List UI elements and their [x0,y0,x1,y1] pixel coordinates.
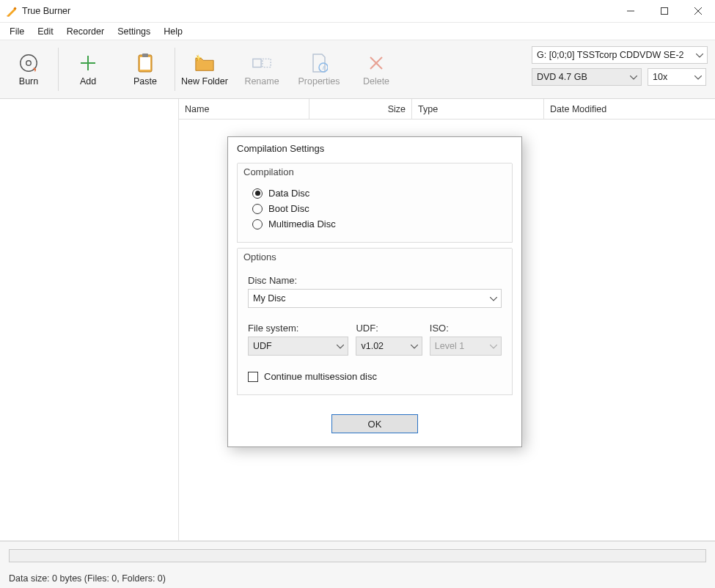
paste-label: Paste [133,76,157,87]
chevron-down-icon [411,341,418,351]
svg-text:i: i [323,65,324,71]
disc-name-field[interactable]: My Disc [248,289,502,308]
chevron-down-icon [630,72,637,82]
col-date-modified[interactable]: Date Modified [544,99,715,119]
size-progress [9,549,706,562]
menu-bar: File Edit Recorder Settings Help [0,23,715,40]
toolbar-separator [175,48,175,91]
radio-multimedia-disc[interactable]: Multimedia Disc [248,216,502,232]
radio-multimedia-disc-label: Multimedia Disc [268,218,336,229]
chevron-down-icon [490,293,497,304]
svg-rect-11 [142,54,148,57]
drive-select-value: G: [0;0;0] TSSTcorp CDDVDW SE-2 [537,50,684,60]
rename-label: Rename [244,76,279,87]
minimize-button[interactable] [614,0,648,23]
media-select-value: DVD 4.7 GB [537,72,587,82]
compilation-settings-dialog: Compilation Settings Compilation Data Di… [227,136,522,447]
iso-value: Level 1 [435,341,464,351]
app-icon [6,5,18,17]
fs-select[interactable]: UDF [248,337,348,356]
add-button[interactable]: Add [59,40,117,98]
new-folder-button[interactable]: New Folder [176,40,233,98]
radio-icon [252,188,263,199]
udf-value: v1.02 [361,341,384,351]
group-options-title: Options [238,248,512,264]
radio-icon [252,204,263,214]
udf-label: UDF: [356,323,422,334]
menu-recorder[interactable]: Recorder [60,25,111,38]
menu-settings[interactable]: Settings [111,25,157,38]
checkbox-icon [248,372,258,382]
properties-icon: i [309,53,329,73]
speed-select[interactable]: 10x [648,68,706,86]
iso-label: ISO: [430,323,502,334]
group-compilation: Compilation Data Disc Boot Disc Multimed… [237,163,513,243]
radio-boot-disc[interactable]: Boot Disc [248,201,502,216]
dialog-title: Compilation Settings [228,137,521,161]
delete-icon [366,53,386,73]
iso-select: Level 1 [430,337,502,356]
close-button[interactable] [681,0,715,23]
svg-rect-13 [253,59,261,67]
multisession-label: Continue multisession disc [264,371,377,382]
group-options: Options Disc Name: My Disc File system: … [237,249,513,395]
title-bar: True Burner [0,0,715,23]
toolbar: Burn Add Paste New Folder [0,40,715,99]
svg-rect-2 [661,8,668,15]
add-label: Add [80,76,96,87]
radio-data-disc-label: Data Disc [268,188,309,199]
rename-button[interactable]: Rename [233,40,290,98]
disc-burn-icon [18,53,39,73]
window-title: True Burner [22,6,70,16]
disc-name-value: My Disc [253,293,285,304]
tree-panel[interactable] [0,99,179,540]
paste-button[interactable]: Paste [117,40,174,98]
chevron-down-icon [490,341,497,351]
fs-value: UDF [253,341,272,351]
rename-icon [252,53,272,73]
udf-select[interactable]: v1.02 [356,337,422,356]
properties-label: Properties [298,76,340,87]
menu-file[interactable]: File [3,25,31,38]
burn-button[interactable]: Burn [0,40,57,98]
drive-panel: G: [0;0;0] TSSTcorp CDDVDW SE-2 DVD 4.7 … [524,40,715,98]
clipboard-icon [135,53,155,73]
burn-label: Burn [19,76,38,87]
svg-point-6 [26,60,32,65]
menu-edit[interactable]: Edit [31,25,60,38]
disc-name-label: Disc Name: [248,275,502,286]
svg-rect-10 [140,57,150,70]
radio-data-disc[interactable]: Data Disc [248,185,502,201]
status-bar: Data size: 0 bytes (Files: 0, Folders: 0… [0,541,715,588]
multisession-checkbox[interactable]: Continue multisession disc [248,369,502,384]
maximize-button[interactable] [648,0,681,23]
chevron-down-icon [337,341,344,351]
new-folder-icon [194,53,215,73]
status-text: Data size: 0 bytes (Files: 0, Folders: 0… [9,570,706,584]
toolbar-separator [58,48,59,91]
col-type[interactable]: Type [412,99,544,119]
col-name[interactable]: Name [179,99,309,119]
chevron-down-icon [694,72,702,82]
radio-icon [252,219,263,229]
list-header: Name Size Type Date Modified [179,99,715,120]
fs-label: File system: [248,323,348,334]
col-size[interactable]: Size [309,99,412,119]
ok-button[interactable]: OK [331,414,418,433]
delete-button[interactable]: Delete [348,40,405,98]
menu-help[interactable]: Help [157,25,189,38]
media-select[interactable]: DVD 4.7 GB [532,68,642,86]
plus-icon [78,53,98,73]
group-compilation-title: Compilation [238,163,512,179]
speed-select-value: 10x [653,72,667,82]
svg-rect-14 [263,59,271,67]
radio-boot-disc-label: Boot Disc [268,203,309,214]
properties-button[interactable]: i Properties [290,40,348,98]
new-folder-label: New Folder [181,76,228,87]
ok-button-label: OK [368,419,382,430]
drive-select[interactable]: G: [0;0;0] TSSTcorp CDDVDW SE-2 [532,46,708,64]
chevron-down-icon [696,50,703,60]
delete-label: Delete [363,76,389,87]
